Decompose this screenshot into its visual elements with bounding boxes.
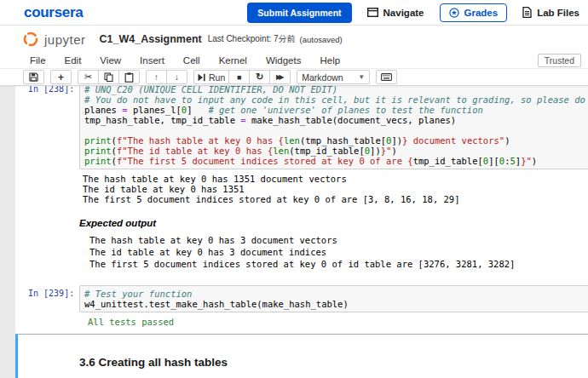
jupyter-logo-icon[interactable] [22,31,39,48]
test-result-output: All tests passed [79,317,588,327]
menu-insert[interactable]: Insert [130,55,174,66]
notebook-toolbar: + ✂ ↑ ↓ Run ■ ↻ ▶▶ Markdown ▼ [0,69,588,86]
window-icon [367,8,378,17]
copy-icon [104,72,113,82]
notebook-area[interactable]: In [238]: # UNQ_C20 (UNIQUE CELL IDENTIF… [0,86,588,378]
arrow-up-icon: ↑ [154,72,159,82]
trusted-badge[interactable]: Trusted [538,54,581,67]
navigate-button[interactable]: Navigate [367,8,424,18]
prompt-column: In [238]: [28,86,79,204]
move-cell-down-button[interactable]: ↓ [166,70,187,84]
paste-cell-button[interactable] [118,70,140,84]
section-heading: 3.6 Creating all hash tables [79,356,588,369]
save-button[interactable] [23,70,44,84]
submit-assignment-button[interactable]: Submit Assignment [247,3,351,23]
last-checkpoint-text: Last Checkpoint: 7分前 [208,33,296,45]
coursera-header: coursera Submit Assignment Navigate Grad… [0,0,588,26]
menu-widgets[interactable]: Widgets [257,55,311,66]
navigate-label: Navigate [383,8,424,18]
restart-run-all-button[interactable]: ▶▶ [269,70,291,84]
code-cell-2[interactable]: In [239]: # Test your functionw4_unittes… [15,283,588,329]
input-prompt: In [238]: [28,86,74,94]
lab-files-label: Lab Files [537,8,579,18]
lab-window: coursera Submit Assignment Navigate Grad… [0,0,588,378]
cell-output: The hash table at key 0 has 1351 documen… [79,174,588,204]
coursera-logo[interactable]: coursera [24,4,83,21]
prompt-column [28,337,79,378]
code-cell-1[interactable]: In [238]: # UNQ_C20 (UNIQUE CELL IDENTIF… [15,86,588,207]
grades-label: Grades [464,8,499,18]
lab-files-button[interactable]: Lab Files [522,7,579,18]
menu-help[interactable]: Help [310,55,349,66]
jupyter-logo-text[interactable]: jupyter [44,32,86,47]
run-cell-button[interactable]: Run [193,70,229,84]
expected-output-block: The hash table at key 0 has 3 document v… [79,234,588,270]
coursera-header-actions: Submit Assignment Navigate Grades Lab Fi… [247,3,579,23]
menu-cell[interactable]: Cell [174,55,210,66]
move-cell-up-button[interactable]: ↑ [146,70,167,84]
stop-icon: ■ [237,73,241,82]
notebook-left-gutter [0,86,15,378]
keyboard-icon [381,73,392,81]
plus-icon: + [58,72,64,83]
notebook-title[interactable]: C1_W4_Assignment [100,33,202,45]
copy-cell-button[interactable] [98,70,119,84]
menu-kernel[interactable]: Kernel [210,55,257,66]
restart-icon: ↻ [256,72,263,83]
markdown-cell-expected-output[interactable]: Expected output The hash table at key 0 … [15,207,588,283]
menu-view[interactable]: View [90,55,130,66]
jupyter-header: jupyter C1_W4_Assignment Last Checkpoint… [0,26,588,53]
markdown-cell-selected[interactable]: 3.6 Creating all hash tables You can now… [15,334,588,378]
command-palette-button[interactable] [376,70,397,84]
menu-file[interactable]: File [20,55,55,66]
grades-button[interactable]: Grades [440,3,508,22]
add-cell-button[interactable]: + [50,70,72,84]
cut-icon: ✂ [84,72,92,83]
menu-edit[interactable]: Edit [55,55,91,66]
code-editor[interactable]: # UNQ_C20 (UNIQUE CELL IDENTIFIER, DO NO… [79,86,588,169]
fast-forward-icon: ▶▶ [276,73,284,81]
run-label: Run [209,72,225,83]
chevron-down-icon: ▼ [358,73,365,81]
run-icon [198,73,205,82]
menu-bar: File Edit View Insert Cell Kernel Widget… [0,53,588,69]
medal-star-icon [449,8,459,18]
cell-type-select[interactable]: Markdown ▼ [297,70,370,84]
save-icon [29,72,38,82]
expected-output-heading: Expected output [79,218,588,228]
cell-type-value: Markdown [302,72,343,83]
file-icon [522,7,532,18]
paste-icon [124,72,134,83]
arrow-down-icon: ↓ [175,72,179,82]
code-editor[interactable]: # Test your functionw4_unittest.test_mak… [79,285,588,312]
input-prompt: In [239]: [28,285,74,299]
restart-kernel-button[interactable]: ↻ [249,70,270,84]
autosaved-text: (autosaved) [300,35,343,44]
interrupt-kernel-button[interactable]: ■ [228,70,250,84]
prompt-column [28,209,79,280]
cell-list: In [238]: # UNQ_C20 (UNIQUE CELL IDENTIF… [15,86,588,378]
cut-cell-button[interactable]: ✂ [78,70,99,84]
prompt-column: In [239]: [28,285,79,327]
